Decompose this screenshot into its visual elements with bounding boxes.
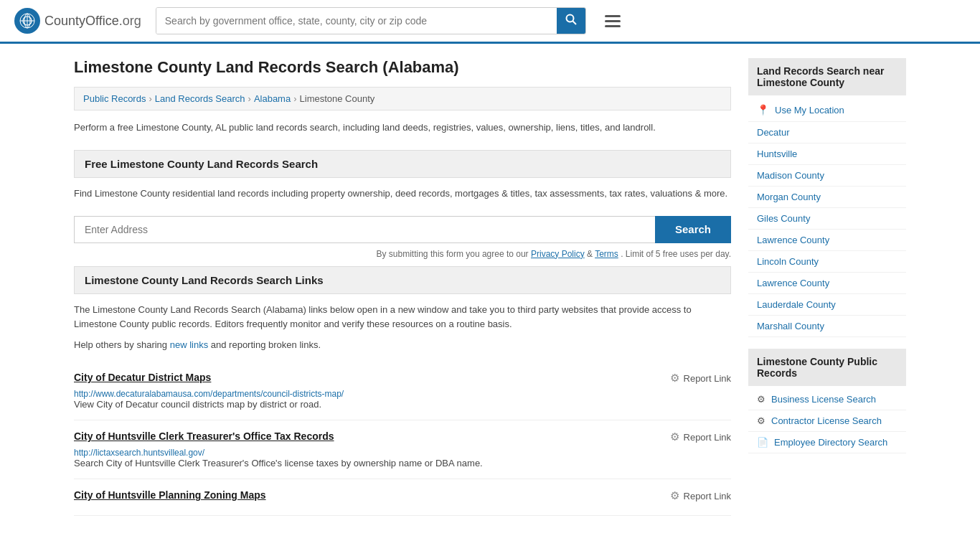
logo-icon [14,8,40,34]
link-desc-1: Search City of Huntsville Clerk Treasure… [74,458,731,468]
free-search-section-header: Free Limestone County Land Records Searc… [74,150,731,178]
global-search-input[interactable] [156,8,557,34]
sidebar: Land Records Search near Limestone Count… [748,58,906,516]
privacy-policy-link[interactable]: Privacy Policy [531,249,585,259]
links-section-header: Limestone County Land Records Search Lin… [74,266,731,294]
link-url-1[interactable]: http://lictaxsearch.huntsvilleal.gov/ [74,448,204,458]
use-my-location-link[interactable]: Use My Location [775,105,844,116]
links-section-description: The Limestone County Land Records Search… [74,303,731,333]
sidebar-use-location[interactable]: 📍 Use My Location [748,98,906,122]
report-link-button-2[interactable]: ⚙ Report Link [670,489,731,502]
help-text: Help others by sharing new links and rep… [74,339,731,350]
sidebar-item-marshall-county[interactable]: Marshall County [748,316,906,337]
new-links-link[interactable]: new links [170,339,208,350]
sidebar-item-giles-county[interactable]: Giles County [748,208,906,230]
address-input[interactable] [74,216,655,243]
link-item-2: City of Huntsville Planning Zoning Maps … [74,479,731,516]
link-title-2[interactable]: City of Huntsville Planning Zoning Maps [74,489,266,501]
logo-text: CountyOffice.org [44,14,141,29]
link-desc-0: View City of Decatur council districts m… [74,399,731,410]
search-submit-button[interactable]: Search [655,216,731,243]
link-title-0[interactable]: City of Decatur District Maps [74,372,211,383]
breadcrumb-alabama[interactable]: Alabama [254,93,291,104]
page-title: Limestone County Land Records Search (Al… [74,58,731,77]
sidebar-item-lauderdale-county[interactable]: Lauderdale County [748,294,906,316]
report-icon-2: ⚙ [670,489,679,502]
svg-line-6 [573,22,576,25]
sidebar-public-records-section: Limestone County Public Records ⚙ Busine… [748,349,906,453]
report-link-button-0[interactable]: ⚙ Report Link [670,372,731,385]
free-search-description: Find Limestone County residential land r… [74,187,731,202]
sidebar-item-decatur[interactable]: Decatur [748,122,906,143]
hamburger-menu-button[interactable] [600,11,625,32]
breadcrumb-land-records-search[interactable]: Land Records Search [155,93,245,104]
page-container: Limestone County Land Records Search (Al… [60,44,920,530]
page-header: CountyOffice.org [0,0,980,44]
global-search-bar[interactable] [156,7,586,34]
location-pin-icon: 📍 [757,104,769,116]
sidebar-item-lincoln-county[interactable]: Lincoln County [748,251,906,273]
link-title-1[interactable]: City of Huntsville Clerk Treasurer's Off… [74,430,334,442]
sidebar-public-records-header: Limestone County Public Records [748,349,906,386]
sidebar-item-lawrence-county-2[interactable]: Lawrence County [748,273,906,294]
terms-link[interactable]: Terms [595,249,618,259]
link-url-0[interactable]: http://www.decaturalabamausa.com/departm… [74,389,344,399]
sidebar-nearby-header: Land Records Search near Limestone Count… [748,58,906,95]
sidebar-item-huntsville[interactable]: Huntsville [748,143,906,165]
global-search-button[interactable] [557,8,585,34]
sidebar-nearby-section: Land Records Search near Limestone Count… [748,58,906,337]
breadcrumb-public-records[interactable]: Public Records [83,93,146,104]
sidebar-item-business-license[interactable]: ⚙ Business License Search [748,389,906,410]
report-icon-0: ⚙ [670,372,679,385]
report-link-button-1[interactable]: ⚙ Report Link [670,430,731,443]
search-input-row: Search [74,216,731,243]
breadcrumb: Public Records › Land Records Search › A… [74,87,731,110]
address-search-form: Search By submitting this form you agree… [74,216,731,259]
sidebar-item-morgan-county[interactable]: Morgan County [748,187,906,208]
main-content: Limestone County Land Records Search (Al… [74,58,731,516]
intro-description: Perform a free Limestone County, AL publ… [74,121,731,136]
gear-icon-contractor: ⚙ [757,415,765,426]
logo[interactable]: CountyOffice.org [14,8,141,34]
svg-point-5 [566,15,573,22]
sidebar-item-contractor-license[interactable]: ⚙ Contractor License Search [748,410,906,432]
sidebar-item-madison-county[interactable]: Madison County [748,165,906,187]
file-icon-employee: 📄 [757,437,768,448]
link-item-0: City of Decatur District Maps ⚙ Report L… [74,362,731,420]
sidebar-item-employee-directory[interactable]: 📄 Employee Directory Search [748,432,906,453]
gear-icon-business: ⚙ [757,394,765,405]
form-note: By submitting this form you agree to our… [74,249,731,259]
sidebar-item-lawrence-county-1[interactable]: Lawrence County [748,230,906,251]
breadcrumb-current: Limestone County [300,93,375,104]
report-icon-1: ⚙ [670,430,679,443]
link-item-1: City of Huntsville Clerk Treasurer's Off… [74,420,731,479]
